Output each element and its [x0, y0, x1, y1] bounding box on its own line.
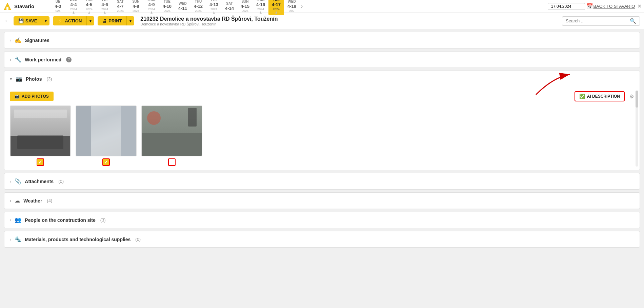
signatures-icon: ✍ [15, 37, 21, 43]
toolbar: ← 💾 SAVE ▾ ⚡ ACTION ▾ 🖨 PRINT ▾ 210232 D… [0, 13, 644, 29]
date-tab[interactable]: TUE4-102024 [159, 0, 175, 14]
weather-icon: ☁ [15, 197, 20, 204]
materials-section: › 🔩 Materials, products and technologica… [4, 231, 640, 248]
attachments-toggle[interactable]: › [10, 179, 11, 184]
photos-toggle[interactable]: ▾ [10, 76, 12, 81]
signatures-toggle[interactable]: › [10, 38, 11, 43]
materials-title: Materials, products and technological su… [25, 237, 130, 242]
photo-item [141, 105, 202, 166]
people-count: (3) [100, 217, 106, 223]
work-performed-title: Work performed [25, 57, 61, 62]
help-icon[interactable]: ? [66, 57, 72, 62]
top-nav: Stavario UE4-3024 WED4-42024♟ THU4-52024… [0, 0, 644, 13]
back-to-stavario-button[interactable]: BACK TO STAVARIO [593, 4, 638, 9]
date-tab[interactable]: THU4-52024♟ [81, 0, 97, 15]
work-performed-icon: 🔧 [15, 56, 21, 63]
calendar-icon[interactable]: 📅 [586, 3, 593, 9]
materials-header[interactable]: › 🔩 Materials, products and technologica… [4, 231, 640, 247]
date-tab[interactable]: MON4-92024♟ [144, 0, 159, 15]
date-tab[interactable]: FRI4-132024♟ [206, 0, 222, 15]
attachments-title: Attachments [25, 179, 54, 184]
ai-description-button[interactable]: ✅ AI DESCRIPTION [575, 91, 625, 101]
materials-count: (0) [135, 237, 141, 242]
photo-1-checkbox[interactable] [37, 158, 44, 166]
photo-2-checkbox[interactable] [102, 158, 110, 166]
date-picker-area: 📅 [548, 3, 593, 10]
work-performed-header[interactable]: › 🔧 Work performed ? [4, 52, 640, 68]
photo-item [10, 105, 71, 166]
save-dropdown-button[interactable]: ▾ [42, 16, 49, 25]
signatures-header[interactable]: › ✍ Signatures [4, 32, 640, 48]
attachments-section: › 📎 Attachments (0) [4, 173, 640, 190]
photos-section: ▾ 📷 Photos (3) 📷 ADD PHOTOS [4, 71, 640, 170]
main-content: › ✍ Signatures › 🔧 Work performed ? ▾ 📷 … [0, 32, 644, 248]
photos-scrollbar[interactable] [636, 91, 638, 167]
photos-count: (3) [46, 76, 52, 81]
date-tab[interactable]: SAT4-14 [222, 1, 237, 12]
search-icon[interactable]: 🔍 [630, 18, 636, 24]
attachments-header[interactable]: › 📎 Attachments (0) [4, 173, 640, 189]
photos-title: Photos [26, 76, 42, 82]
signatures-section: › ✍ Signatures [4, 32, 640, 49]
photos-body: 📷 ADD PHOTOS ✅ A [4, 87, 640, 170]
date-tab[interactable]: FRI4-62024♟ [97, 0, 113, 15]
date-tabs: UE4-3024 WED4-42024♟ THU4-52024♟ FRI4-62… [50, 0, 545, 15]
close-button[interactable]: × [638, 3, 641, 10]
date-tab[interactable]: UE4-3024 [50, 0, 66, 14]
photo-thumbnail-2[interactable] [76, 105, 137, 156]
action-button[interactable]: ⚡ ACTION [53, 16, 86, 25]
weather-count: (4) [47, 198, 52, 203]
photos-icon: 📷 [16, 76, 22, 82]
page-title-area: 210232 Demolice a novostavba RD Špůrovi,… [140, 16, 560, 26]
people-header[interactable]: › 👥 People on the construction site (3) [4, 212, 640, 228]
materials-toggle[interactable]: › [10, 237, 11, 242]
save-button[interactable]: 💾 SAVE [14, 16, 42, 25]
photos-header[interactable]: ▾ 📷 Photos (3) [4, 71, 640, 87]
people-toggle[interactable]: › [10, 217, 11, 223]
search-area: 🔍 [562, 16, 640, 26]
gear-button[interactable]: ⚙ [629, 93, 634, 100]
save-label: SAVE [25, 18, 37, 23]
print-icon: 🖨 [102, 18, 107, 23]
date-tab-active[interactable]: TUE4-172024♟ [268, 0, 284, 15]
page-subtitle: Demolice a novostavba RD Špůrovi, Toužen… [140, 22, 560, 26]
save-icon: 💾 [18, 18, 24, 23]
people-section: › 👥 People on the construction site (3) [4, 212, 640, 228]
work-performed-section: › 🔧 Work performed ? [4, 51, 640, 68]
materials-icon: 🔩 [15, 236, 21, 243]
nav-arrow-right[interactable]: › [300, 3, 304, 9]
photo-1-checkbox-area [10, 158, 71, 166]
print-button[interactable]: 🖨 PRINT [98, 16, 126, 25]
date-tab[interactable]: THU4-122024 [190, 0, 206, 14]
weather-header[interactable]: › ☁ Weather (4) [4, 193, 640, 209]
attachments-count: (0) [58, 179, 64, 184]
date-tab[interactable]: WED4-11 [175, 1, 190, 12]
date-tab[interactable]: WED4-18202 [284, 0, 300, 14]
add-photos-button[interactable]: 📷 ADD PHOTOS [10, 92, 54, 101]
photo-item [76, 105, 137, 166]
work-performed-toggle[interactable]: › [10, 57, 11, 62]
date-tab[interactable]: SUN4-152024 [237, 0, 253, 14]
photo-thumbnail-1[interactable] [10, 105, 71, 156]
weather-toggle[interactable]: › [10, 198, 11, 203]
date-tab[interactable]: SUN4-82024 [128, 0, 144, 14]
search-input[interactable] [566, 18, 630, 23]
save-btn-group: 💾 SAVE ▾ [14, 16, 49, 25]
ai-description-label: AI DESCRIPTION [587, 94, 620, 99]
back-button[interactable]: ← [4, 17, 10, 24]
action-dropdown-button[interactable]: ▾ [86, 16, 94, 25]
print-btn-group: 🖨 PRINT ▾ [98, 16, 134, 25]
action-icon: ⚡ [58, 18, 63, 23]
photos-scrollbar-thumb [636, 91, 638, 108]
ai-icon: ✅ [579, 94, 585, 99]
photo-thumbnail-3[interactable] [141, 105, 202, 156]
date-input[interactable] [548, 3, 585, 10]
camera-icon: 📷 [15, 94, 20, 99]
weather-section: › ☁ Weather (4) [4, 192, 640, 209]
photo-3-checkbox[interactable] [168, 158, 176, 166]
date-tab[interactable]: SAT4-72024 [113, 0, 128, 14]
print-dropdown-button[interactable]: ▾ [126, 16, 134, 25]
date-tab[interactable]: WED4-42024♟ [66, 0, 81, 15]
date-tab[interactable]: MON4-162024♟ [253, 0, 268, 15]
people-title: People on the construction site [25, 217, 95, 223]
